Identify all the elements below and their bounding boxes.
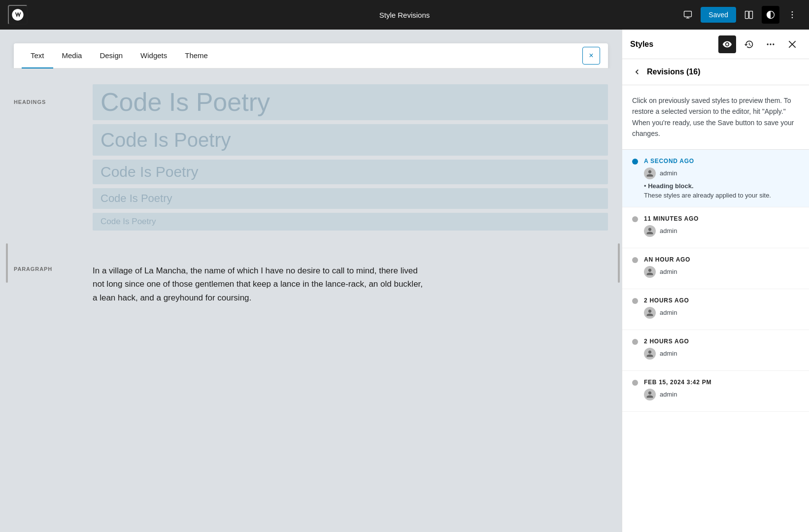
revisions-list: A SECOND AGO admin • Heading block. Thes… — [622, 150, 809, 412]
scrollbar-right[interactable] — [618, 243, 620, 283]
revision-time-4: 2 HOURS AGO — [644, 338, 799, 345]
styles-more-button[interactable] — [762, 35, 779, 53]
svg-rect-4 — [749, 11, 753, 19]
svg-point-8 — [792, 17, 793, 19]
avatar-5 — [644, 389, 656, 400]
revision-item-0[interactable]: A SECOND AGO admin • Heading block. Thes… — [622, 150, 809, 207]
tabs-header: Text Media Design Widgets Theme × — [14, 43, 608, 68]
avatar-2 — [644, 266, 656, 278]
revision-user-4: admin — [644, 348, 799, 360]
styles-history-button[interactable] — [740, 35, 758, 53]
svg-point-10 — [770, 43, 771, 45]
paragraph-preview: In a village of La Mancha, the name of w… — [93, 264, 428, 304]
revision-item-2[interactable]: AN HOUR AGO admin — [622, 248, 809, 289]
revision-user-0: admin — [644, 167, 799, 179]
revision-body-0: A SECOND AGO admin • Heading block. Thes… — [644, 158, 799, 199]
h3-row: Code Is Poetry — [93, 160, 608, 184]
revisions-header: Revisions (16) — [622, 59, 809, 85]
revision-body-4: 2 HOURS AGO admin — [644, 338, 799, 363]
h3-preview: Code Is Poetry — [93, 160, 608, 184]
more-options-button[interactable] — [783, 6, 801, 24]
svg-point-7 — [792, 14, 793, 16]
svg-rect-0 — [684, 11, 692, 17]
tab-media[interactable]: Media — [53, 43, 91, 68]
revision-user-1: admin — [644, 225, 799, 237]
tab-text[interactable]: Text — [22, 43, 53, 68]
revision-user-2: admin — [644, 266, 799, 278]
revision-username-0: admin — [660, 169, 677, 177]
revision-item-4[interactable]: 2 HOURS AGO admin — [622, 330, 809, 371]
revision-user-3: admin — [644, 307, 799, 319]
revision-dot-5 — [632, 380, 638, 386]
revision-time-3: 2 HOURS AGO — [644, 297, 799, 304]
preview-mode-button[interactable] — [679, 6, 697, 24]
revision-username-4: admin — [660, 350, 677, 357]
avatar-4 — [644, 348, 656, 360]
preview-area: Text Media Design Widgets Theme × HEADIN… — [0, 30, 622, 532]
tab-theme[interactable]: Theme — [176, 43, 217, 68]
tabs-panel: Text Media Design Widgets Theme × — [14, 43, 608, 68]
h4-preview: Code Is Poetry — [93, 188, 608, 209]
revisions-description: Click on previously saved styles to prev… — [622, 85, 809, 150]
tabs-close-button[interactable]: × — [582, 47, 600, 65]
dark-mode-button[interactable] — [762, 6, 779, 24]
headings-label: HEADINGS — [14, 99, 73, 105]
sidebar-header: Styles — [622, 30, 809, 59]
revision-body-2: AN HOUR AGO admin — [644, 256, 799, 281]
content-area: HEADINGS Code Is Poetry Code Is Poetry C… — [0, 68, 622, 532]
avatar-0 — [644, 167, 656, 179]
svg-point-9 — [767, 43, 769, 45]
topbar-right: Saved — [679, 6, 801, 24]
styles-eye-button[interactable] — [718, 35, 736, 53]
saved-button[interactable]: Saved — [701, 7, 736, 23]
svg-rect-3 — [745, 11, 749, 19]
back-button[interactable] — [632, 67, 642, 77]
revision-username-3: admin — [660, 309, 677, 316]
avatar-3 — [644, 307, 656, 319]
paragraph-label: PARAGRAPH — [14, 266, 73, 272]
revision-item-1[interactable]: 11 MINUTES AGO admin — [622, 207, 809, 248]
h2-row: Code Is Poetry — [93, 124, 608, 156]
revision-time-0: A SECOND AGO — [644, 158, 799, 165]
sidebar-close-button[interactable] — [783, 35, 801, 53]
h5-row: Code Is Poetry — [93, 213, 608, 231]
tab-widgets[interactable]: Widgets — [132, 43, 176, 68]
page-title: Style Revisions — [379, 11, 430, 19]
sidebar-content: Revisions (16) Click on previously saved… — [622, 59, 809, 532]
h2-preview: Code Is Poetry — [93, 124, 608, 156]
revision-item-3[interactable]: 2 HOURS AGO admin — [622, 289, 809, 330]
sidebar: Styles Revisions (16) — [622, 30, 809, 532]
revision-body-3: 2 HOURS AGO admin — [644, 297, 799, 322]
layout-toggle-button[interactable] — [740, 6, 758, 24]
revision-time-5: FEB 15, 2024 3:42 PM — [644, 379, 799, 386]
topbar: Style Revisions Saved — [0, 0, 809, 30]
revision-dot-0 — [632, 159, 638, 165]
revision-dot-1 — [632, 216, 638, 222]
h1-row: Code Is Poetry — [93, 84, 608, 120]
revision-item-5[interactable]: FEB 15, 2024 3:42 PM admin — [622, 371, 809, 412]
revisions-title: Revisions (16) — [647, 67, 700, 76]
svg-point-6 — [792, 11, 793, 13]
wp-logo-button[interactable] — [8, 5, 28, 25]
revision-body-1: 11 MINUTES AGO admin — [644, 215, 799, 240]
sidebar-title: Styles — [630, 40, 714, 49]
revision-user-5: admin — [644, 389, 799, 400]
revision-body-5: FEB 15, 2024 3:42 PM admin — [644, 379, 799, 403]
h4-row: Code Is Poetry — [93, 188, 608, 209]
revision-dot-3 — [632, 298, 638, 304]
revision-detail-0: • Heading block. — [644, 182, 799, 190]
revision-dot-4 — [632, 339, 638, 345]
avatar-1 — [644, 225, 656, 237]
revision-username-2: admin — [660, 268, 677, 275]
h5-preview: Code Is Poetry — [93, 213, 608, 231]
h1-preview: Code Is Poetry — [93, 84, 608, 120]
revision-username-1: admin — [660, 227, 677, 234]
revision-time-2: AN HOUR AGO — [644, 256, 799, 263]
main-layout: Text Media Design Widgets Theme × HEADIN… — [0, 30, 809, 532]
revision-username-5: admin — [660, 391, 677, 398]
revision-note-0: These styles are already applied to your… — [644, 192, 799, 199]
tab-design[interactable]: Design — [91, 43, 132, 68]
svg-point-11 — [773, 43, 774, 45]
revision-time-1: 11 MINUTES AGO — [644, 215, 799, 222]
scrollbar-left[interactable] — [6, 243, 8, 283]
